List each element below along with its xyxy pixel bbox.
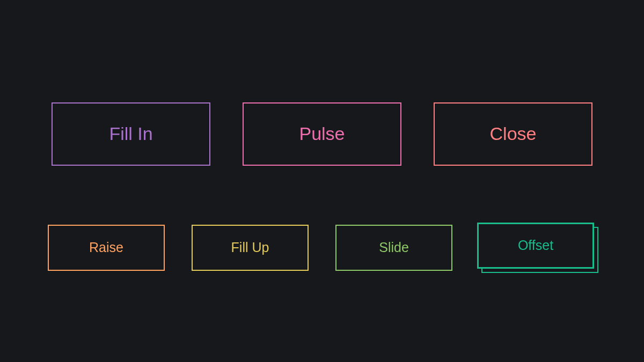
- pulse-button[interactable]: Pulse: [243, 102, 401, 166]
- raise-button[interactable]: Raise: [48, 225, 165, 271]
- raise-button-label: Raise: [89, 240, 123, 255]
- fill-up-button-label: Fill Up: [231, 240, 269, 255]
- fill-in-button[interactable]: Fill In: [52, 102, 210, 166]
- offset-button[interactable]: Offset: [477, 223, 594, 269]
- close-button-label: Close: [490, 123, 537, 144]
- slide-button-label: Slide: [379, 240, 409, 255]
- offset-button-label: Offset: [518, 238, 553, 253]
- close-button[interactable]: Close: [434, 102, 592, 166]
- fill-up-button[interactable]: Fill Up: [192, 225, 309, 271]
- button-row-top: Fill In Pulse Close: [52, 102, 592, 166]
- fill-in-button-label: Fill In: [109, 123, 152, 144]
- slide-button[interactable]: Slide: [335, 225, 452, 271]
- pulse-button-label: Pulse: [299, 123, 345, 144]
- button-row-bottom: Raise Fill Up Slide Offset: [48, 225, 596, 271]
